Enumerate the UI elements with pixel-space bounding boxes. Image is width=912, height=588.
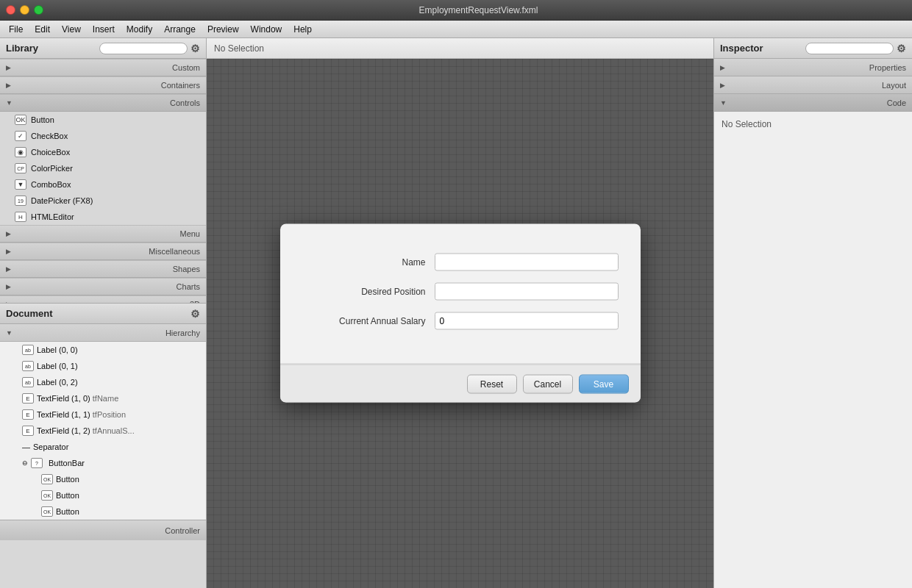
colorpicker-icon: CP xyxy=(15,163,26,173)
section-miscellaneous[interactable]: ▶ Miscellaneous xyxy=(0,243,206,260)
lib-item-checkbox[interactable]: ✓ CheckBox xyxy=(0,128,206,144)
hierarchy-arrow-icon: ▼ xyxy=(6,329,13,337)
lib-item-checkbox-label: CheckBox xyxy=(31,132,68,140)
htmleditor-icon: H xyxy=(15,212,26,222)
menu-modify[interactable]: Modify xyxy=(121,23,158,36)
lib-item-button[interactable]: OK Button xyxy=(0,112,206,128)
hier-label-0-2-text: Label (0, 2) xyxy=(37,378,78,387)
menu-view[interactable]: View xyxy=(56,23,87,36)
hier-textfield-1-1-text: TextField (1, 1) tfPosition xyxy=(37,410,126,419)
dialog-input-salary[interactable] xyxy=(435,312,619,330)
hier-buttonbar[interactable]: ⊖ ? ButtonBar xyxy=(0,455,206,471)
dialog-input-name[interactable] xyxy=(435,254,619,271)
lib-item-combobox-label: ComboBox xyxy=(31,180,71,189)
section-containers[interactable]: ▶ Containers xyxy=(0,76,206,94)
hier-button-1-label: Button xyxy=(56,491,79,500)
menu-help[interactable]: Help xyxy=(288,23,318,36)
hier-button-2[interactable]: OK Button xyxy=(0,503,206,520)
textfield-icon-2: E xyxy=(22,426,34,436)
window-title: EmploymentRequestView.fxml xyxy=(51,5,906,15)
menu-bar: File Edit View Insert Modify Arrange Pre… xyxy=(0,21,912,38)
lib-item-htmleditor-label: HTMLEditor xyxy=(31,212,74,221)
hier-label-0-2[interactable]: ab Label (0, 2) xyxy=(0,374,206,390)
dialog-content: Name Desired Position Current Annual Sal… xyxy=(280,224,641,356)
section-shapes[interactable]: ▶ Shapes xyxy=(0,260,206,278)
section-custom[interactable]: ▶ Custom xyxy=(0,59,206,76)
document-title: Document xyxy=(6,308,190,319)
hier-textfield-1-2[interactable]: E TextField (1, 2) tfAnnualS... xyxy=(0,423,206,439)
menu-insert[interactable]: Insert xyxy=(87,23,121,36)
library-title: Library xyxy=(6,43,99,54)
cancel-button[interactable]: Cancel xyxy=(523,374,573,393)
section-3d[interactable]: ▶ 3D xyxy=(0,295,206,303)
canvas-area[interactable]: No Selection Name Desired Position Curre… xyxy=(207,38,713,588)
shapes-section-arrow-icon: ▶ xyxy=(6,265,11,273)
dialog-row-name: Name xyxy=(302,254,619,271)
layout-arrow-icon: ▶ xyxy=(720,82,725,89)
misc-section-arrow-icon: ▶ xyxy=(6,248,11,255)
dialog-label-name: Name xyxy=(302,257,435,268)
menu-file[interactable]: File xyxy=(3,23,29,36)
hier-label-0-1[interactable]: ab Label (0, 1) xyxy=(0,358,206,374)
3d-section-label: 3D xyxy=(14,300,200,303)
reset-button[interactable]: Reset xyxy=(467,374,517,393)
dialog-input-position[interactable] xyxy=(435,283,619,301)
menu-preview[interactable]: Preview xyxy=(202,23,245,36)
inspector-no-selection: No Selection xyxy=(722,119,772,129)
datepicker-icon: 19 xyxy=(15,196,26,206)
lib-item-colorpicker[interactable]: CP ColorPicker xyxy=(0,160,206,176)
lib-item-combobox[interactable]: ▼ ComboBox xyxy=(0,176,206,193)
inspector-section-layout[interactable]: ▶ Layout xyxy=(714,76,912,94)
document-header: Document ⚙ xyxy=(0,304,206,324)
inspector-section-properties[interactable]: ▶ Properties xyxy=(714,59,912,76)
custom-label: Custom xyxy=(14,63,200,72)
label-icon-0: ab xyxy=(22,345,34,355)
section-charts[interactable]: ▶ Charts xyxy=(0,278,206,295)
hier-textfield-1-0[interactable]: E TextField (1, 0) tfName xyxy=(0,390,206,406)
section-controls[interactable]: ▼ Controls xyxy=(0,94,206,112)
shapes-section-label: Shapes xyxy=(14,265,200,273)
inspector-section-code[interactable]: ▼ Code xyxy=(714,94,912,112)
hier-label-0-0[interactable]: ab Label (0, 0) xyxy=(0,342,206,358)
library-gear-icon[interactable]: ⚙ xyxy=(190,43,200,54)
close-button[interactable] xyxy=(6,5,15,15)
library-search[interactable] xyxy=(99,43,188,54)
hier-textfield-1-1[interactable]: E TextField (1, 1) tfPosition xyxy=(0,406,206,423)
textfield-icon-0: E xyxy=(22,393,34,404)
code-label: Code xyxy=(730,98,906,107)
inspector-title: Inspector xyxy=(720,43,805,54)
library-items-list: OK Button ✓ CheckBox ◉ ChoiceBox CP Colo… xyxy=(0,112,206,303)
document-gear-icon[interactable]: ⚙ xyxy=(190,308,200,320)
library-controls: ⚙ xyxy=(99,43,200,54)
title-bar: EmploymentRequestView.fxml xyxy=(0,0,912,21)
hier-button-1[interactable]: OK Button xyxy=(0,487,206,503)
window-controls[interactable] xyxy=(6,5,43,15)
lib-item-choicebox-label: ChoiceBox xyxy=(31,148,70,157)
lib-item-datepicker[interactable]: 19 DatePicker (FX8) xyxy=(0,193,206,209)
properties-arrow-icon: ▶ xyxy=(720,64,725,71)
menu-edit[interactable]: Edit xyxy=(29,23,56,36)
hier-button-2-label: Button xyxy=(56,507,79,516)
inspector-search[interactable] xyxy=(805,43,894,54)
section-menu[interactable]: ▶ Menu xyxy=(0,225,206,243)
dialog-buttons: Reset Cancel Save xyxy=(280,365,641,403)
maximize-button[interactable] xyxy=(34,5,43,15)
lib-item-htmleditor[interactable]: H HTMLEditor xyxy=(0,209,206,225)
buttonbar-collapse-icon[interactable]: ⊖ xyxy=(22,459,28,467)
charts-section-arrow-icon: ▶ xyxy=(6,283,11,290)
minimize-button[interactable] xyxy=(20,5,29,15)
hier-button-0[interactable]: OK Button xyxy=(0,471,206,487)
lib-item-colorpicker-label: ColorPicker xyxy=(31,164,73,173)
hierarchy-section: ▼ Hierarchy xyxy=(0,324,206,342)
buttonbar-label: ButtonBar xyxy=(49,459,85,467)
inspector-gear-icon[interactable]: ⚙ xyxy=(897,43,906,54)
menu-arrange[interactable]: Arrange xyxy=(158,23,202,36)
controller-bar: Controller xyxy=(0,520,206,540)
menu-window[interactable]: Window xyxy=(245,23,288,36)
save-button[interactable]: Save xyxy=(579,374,629,393)
code-arrow-icon: ▼ xyxy=(720,99,727,107)
3d-section-arrow-icon: ▶ xyxy=(6,301,11,303)
button-hier-icon-0: OK xyxy=(41,474,53,484)
controls-arrow-icon: ▼ xyxy=(6,99,13,107)
lib-item-choicebox[interactable]: ◉ ChoiceBox xyxy=(0,144,206,160)
